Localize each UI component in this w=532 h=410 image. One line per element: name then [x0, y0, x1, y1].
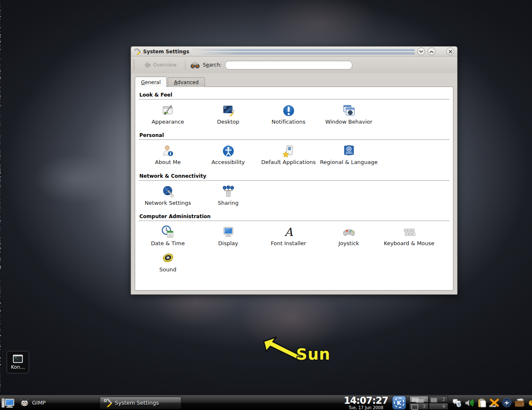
messages-clock-tray-icon[interactable]: [451, 397, 463, 408]
system-settings-icon: [134, 48, 141, 55]
item-label: Display: [218, 241, 238, 246]
task-label: GIMP: [32, 400, 46, 406]
item-accessibility[interactable]: Accessibility: [198, 142, 258, 169]
item-joystick[interactable]: Joystick: [319, 224, 379, 250]
system-tray: chat: [450, 397, 532, 408]
back-arrow-icon: [144, 62, 151, 68]
regional-language-icon: [342, 144, 356, 158]
joystick-icon: [342, 225, 356, 239]
section-divider: [139, 99, 450, 99]
section-computer-administration: Computer Administration: [138, 213, 450, 276]
appearance-icon: [161, 104, 175, 118]
date-time-icon: [161, 225, 175, 239]
item-regional-language[interactable]: Regional & Language: [319, 142, 379, 169]
section-divider: [139, 139, 450, 140]
about-me-icon: [161, 144, 175, 158]
search-label: Search:: [203, 62, 222, 68]
item-label: About Me: [155, 159, 181, 165]
chevron-up-icon: [430, 50, 433, 53]
toolbar-drag-handle[interactable]: [134, 60, 136, 70]
item-default-applications[interactable]: Default Applications: [258, 142, 319, 169]
display-icon: [221, 225, 235, 239]
section-network-connectivity: Network & Connectivity Network Settings: [138, 172, 450, 209]
task-label: System Settings: [115, 400, 159, 406]
item-label: Font Installer: [271, 241, 306, 246]
item-label: Keyboard & Mouse: [384, 241, 435, 246]
window-title: System Settings: [143, 49, 189, 55]
clipboard-tray-icon[interactable]: [476, 397, 487, 408]
item-display[interactable]: Display: [198, 224, 258, 250]
svg-text:s: s: [408, 229, 409, 231]
kde-menu-button[interactable]: K: [392, 396, 406, 410]
task-gimp[interactable]: GIMP: [17, 397, 98, 409]
desktop-icon-konsole[interactable]: Kon...: [7, 351, 29, 373]
item-label: Network Settings: [145, 200, 191, 206]
task-system-settings[interactable]: System Settings: [100, 397, 181, 409]
sharing-icon: [221, 185, 235, 199]
item-sharing[interactable]: Sharing: [198, 183, 258, 209]
item-network-settings[interactable]: Network Settings: [138, 183, 198, 209]
item-font-installer[interactable]: A Font Installer: [258, 224, 319, 250]
network-globe-tray-icon[interactable]: [501, 397, 512, 408]
volume-tray-icon[interactable]: [464, 397, 475, 408]
section-title: Network & Connectivity: [138, 172, 450, 180]
section-title: Look & Feel: [138, 91, 450, 99]
tab-general[interactable]: General: [135, 77, 167, 87]
minimize-button[interactable]: [417, 47, 425, 55]
titlebar[interactable]: System Settings: [131, 47, 457, 57]
search-input[interactable]: [225, 61, 352, 70]
chat-offline-label: chat: [489, 405, 496, 408]
pager-desktop-1[interactable]: 1: [409, 396, 428, 403]
item-keyboard-mouse[interactable]: asd jkl Keyboard & Mouse: [379, 224, 439, 250]
default-applications-icon: [282, 144, 296, 158]
computer-icon: [1, 398, 15, 408]
notifications-icon: [282, 104, 296, 118]
item-label: Window Behavior: [325, 119, 372, 125]
item-date-time[interactable]: Date & Time: [138, 224, 198, 250]
svg-text:l: l: [413, 233, 413, 235]
clock-widget[interactable]: 14:07:27 Tue, 17 Jun 2008: [341, 396, 391, 410]
item-label: Default Applications: [261, 159, 316, 165]
sun-annotation-label: Sun: [296, 345, 330, 363]
item-label: Regional & Language: [320, 159, 378, 165]
item-label: Accessibility: [212, 159, 245, 165]
svg-text:A: A: [284, 226, 293, 239]
tab-advanced[interactable]: Advanced: [168, 77, 205, 87]
item-label: Date & Time: [151, 241, 185, 246]
maximize-button[interactable]: [428, 47, 435, 55]
pager-desktop-4[interactable]: 4: [429, 403, 448, 410]
overview-label: Overview: [153, 62, 177, 68]
item-window-behavior[interactable]: Window Behavior: [319, 102, 379, 128]
item-appearance[interactable]: Appearance: [138, 102, 198, 128]
toolbar: Overview Search:: [131, 57, 457, 73]
notifier-partial-tray-icon[interactable]: [526, 397, 532, 408]
item-label: Notifications: [272, 119, 305, 125]
section-title: Personal: [138, 132, 450, 139]
tab-bar: General Advanced: [131, 73, 457, 87]
item-label: Sharing: [218, 200, 239, 206]
item-sound[interactable]: Sound: [138, 250, 198, 276]
item-desktop[interactable]: Desktop: [198, 102, 258, 128]
pager-desktop-3[interactable]: 3: [409, 403, 428, 410]
gimp-icon: [20, 399, 29, 407]
app-launcher-button[interactable]: [0, 395, 16, 410]
section-divider: [139, 180, 450, 181]
item-about-me[interactable]: About Me: [138, 142, 198, 169]
settings-content-panel: Look & Feel Appearance: [135, 87, 453, 291]
keyboard-mouse-icon: asd jkl: [402, 225, 416, 239]
overview-button[interactable]: Overview: [141, 61, 180, 70]
pager-desktop-2[interactable]: 2: [429, 396, 448, 403]
system-settings-task-icon: [104, 399, 112, 407]
close-icon: [449, 50, 452, 53]
sun-annotation: Sun: [261, 336, 353, 365]
section-divider: [139, 221, 450, 221]
item-label: Sound: [159, 267, 176, 273]
item-notifications[interactable]: Notifications: [258, 102, 319, 128]
close-button[interactable]: [446, 47, 454, 55]
wallet-tray-icon[interactable]: [514, 397, 525, 408]
search-binoculars-icon: [191, 62, 200, 69]
window-behavior-icon: [342, 104, 356, 118]
clock-time: 14:07:27: [344, 396, 388, 405]
section-look-and-feel: Look & Feel Appearance: [138, 91, 450, 128]
chat-offline-tray-icon[interactable]: chat: [489, 397, 500, 408]
